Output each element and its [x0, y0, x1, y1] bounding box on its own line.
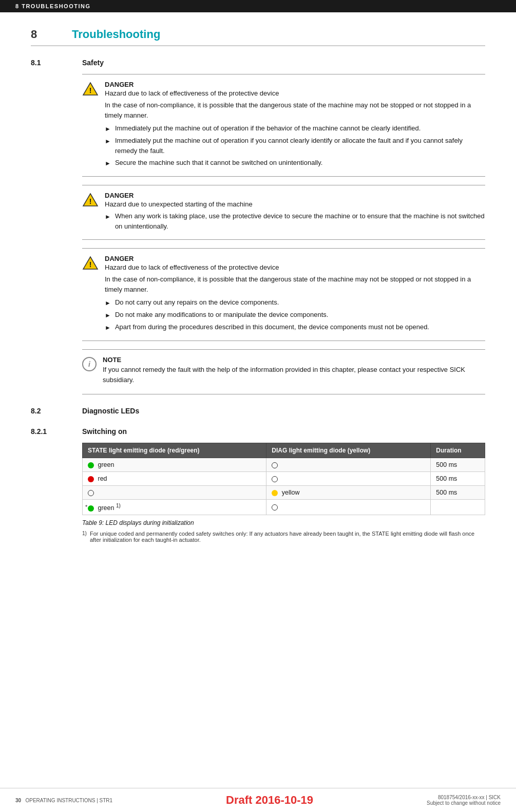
led-table: STATE light emitting diode (red/green) D…	[82, 443, 485, 515]
table-caption: Table 9: LED displays during initializat…	[82, 519, 485, 526]
arrow-icon: ►	[105, 298, 111, 308]
footer-change-notice: Subject to change without notice	[427, 800, 501, 806]
state-cell-2: red	[83, 472, 266, 486]
diag-cell-3: yellow	[266, 486, 431, 500]
warning-icon-1: !	[82, 82, 99, 98]
note-notice-1: i NOTE If you cannot remedy the fault wi…	[82, 349, 485, 394]
note-1-type: NOTE	[103, 356, 485, 364]
warning-icon-2: !	[82, 193, 99, 209]
danger-3-item-3: ► Apart from during the procedures descr…	[105, 322, 485, 332]
note-1-content: NOTE If you cannot remedy the fault with…	[103, 356, 485, 388]
danger-2-list: ► When any work is taking place, use the…	[105, 211, 485, 231]
arrow-icon: ►	[105, 124, 111, 134]
danger-notice-3: ! DANGER Hazard due to lack of effective…	[82, 248, 485, 341]
table-row: yellow 500 ms	[83, 486, 485, 500]
danger-notice-1: ! DANGER Hazard due to lack of effective…	[82, 74, 485, 177]
led-red-indicator	[88, 476, 94, 482]
table-row: green 500 ms	[83, 458, 485, 472]
section-821-number: 8.2.1	[31, 427, 62, 436]
diag-cell-1	[266, 458, 431, 472]
duration-cell-1: 500 ms	[431, 458, 485, 472]
section-81-title: Safety	[82, 59, 104, 67]
chapter-heading: 8 Troubleshooting	[31, 28, 485, 46]
danger-3-item-1: ► Do not carry out any repairs on the de…	[105, 297, 485, 308]
svg-text:!: !	[89, 86, 92, 95]
danger-1-subtitle: Hazard due to lack of effectiveness of t…	[105, 89, 485, 97]
danger-2-content: DANGER Hazard due to unexpected starting…	[105, 192, 485, 233]
section-82-heading: 8.2 Diagnostic LEDs	[31, 407, 485, 415]
arrow-icon: ►	[105, 323, 111, 332]
led-green-indicator	[88, 462, 94, 468]
section-821-heading: 8.2.1 Switching on	[31, 427, 485, 436]
danger-notice-2: ! DANGER Hazard due to unexpected starti…	[82, 185, 485, 240]
section-82-number: 8.2	[31, 407, 62, 415]
danger-3-type: DANGER	[105, 255, 485, 262]
danger-1-type: DANGER	[105, 81, 485, 88]
diag-cell-2	[266, 472, 431, 486]
danger-3-list: ► Do not carry out any repairs on the de…	[105, 297, 485, 332]
svg-text:!: !	[89, 260, 92, 269]
footer-draft-label: Draft 2016-10-19	[226, 794, 313, 807]
danger-3-subtitle: Hazard due to lack of effectiveness of t…	[105, 263, 485, 271]
danger-2-subtitle: Hazard due to unexpected starting of the…	[105, 200, 485, 208]
footer-left: 30 OPERATING INSTRUCTIONS | STR1	[15, 798, 112, 803]
table-header-state: STATE light emitting diode (red/green)	[83, 443, 266, 458]
section-82-title: Diagnostic LEDs	[82, 407, 139, 415]
danger-3-content: DANGER Hazard due to lack of effectivene…	[105, 255, 485, 334]
duration-cell-3: 500 ms	[431, 486, 485, 500]
danger-1-item-3: ► Secure the machine such that it cannot…	[105, 158, 485, 168]
section-821-title: Switching on	[82, 427, 127, 436]
state-cell-3	[83, 486, 266, 500]
arrow-icon: ►	[105, 159, 111, 168]
svg-text:!: !	[89, 197, 92, 205]
led-off-indicator	[272, 462, 278, 468]
footer-product-info: 8018754/2016-xx-xx | SICK	[427, 795, 501, 800]
footer-doc-label: OPERATING INSTRUCTIONS | STR1	[25, 798, 112, 803]
state-cell-4: green 1)	[83, 500, 266, 515]
chapter-header-label: 8 TROUBLESHOOTING	[15, 3, 91, 9]
section-81-heading: 8.1 Safety	[31, 59, 485, 67]
led-off-indicator	[272, 476, 278, 482]
table-header-duration: Duration	[431, 443, 485, 458]
state-cell-1: green	[83, 458, 266, 472]
section-81-content: ! DANGER Hazard due to lack of effective…	[82, 74, 485, 394]
footnote-text: For unique coded and permanently coded s…	[90, 531, 485, 543]
section-81-number: 8.1	[31, 59, 62, 67]
page-content: 8 Troubleshooting 8.1 Safety ! DANGER Ha…	[0, 12, 516, 584]
chapter-number: 8	[31, 28, 51, 41]
danger-2-type: DANGER	[105, 192, 485, 199]
footer-right: 8018754/2016-xx-xx | SICK Subject to cha…	[427, 795, 501, 806]
section-821-content: STATE light emitting diode (red/green) D…	[82, 443, 485, 543]
diag-cell-4	[266, 500, 431, 515]
duration-cell-4	[431, 500, 485, 515]
chapter-header: 8 TROUBLESHOOTING	[0, 0, 516, 12]
page-footer: 30 OPERATING INSTRUCTIONS | STR1 Draft 2…	[0, 788, 516, 812]
footnote-number: 1)	[82, 531, 87, 543]
duration-cell-2: 500 ms	[431, 472, 485, 486]
note-1-body: If you cannot remedy the fault with the …	[103, 365, 485, 385]
danger-1-content: DANGER Hazard due to lack of effectivene…	[105, 81, 485, 170]
led-flash-indicator	[88, 505, 94, 512]
led-yellow-indicator	[272, 490, 278, 496]
arrow-icon: ►	[105, 137, 111, 146]
chapter-title: Troubleshooting	[72, 28, 160, 41]
arrow-icon: ►	[105, 311, 111, 320]
table-row: red 500 ms	[83, 472, 485, 486]
table-header-diag: DIAG light emitting diode (yellow)	[266, 443, 431, 458]
danger-2-item-1: ► When any work is taking place, use the…	[105, 211, 485, 231]
danger-1-body: In the case of non-compliance, it is pos…	[105, 100, 485, 120]
table-row: green 1)	[83, 500, 485, 515]
danger-3-body: In the case of non-compliance, it is pos…	[105, 274, 485, 294]
danger-1-list: ► Immediately put the machine out of ope…	[105, 123, 485, 168]
danger-3-item-2: ► Do not make any modifications to or ma…	[105, 310, 485, 320]
danger-1-item-1: ► Immediately put the machine out of ope…	[105, 123, 485, 134]
danger-1-item-2: ► Immediately put the machine out of ope…	[105, 136, 485, 156]
led-off-indicator	[88, 490, 94, 496]
page-number: 30	[15, 798, 21, 803]
arrow-icon: ►	[105, 212, 111, 221]
info-icon: i	[82, 357, 97, 371]
warning-icon-3: !	[82, 256, 99, 272]
led-off-indicator	[272, 504, 278, 511]
table-footnote: 1) For unique coded and permanently code…	[82, 531, 485, 543]
